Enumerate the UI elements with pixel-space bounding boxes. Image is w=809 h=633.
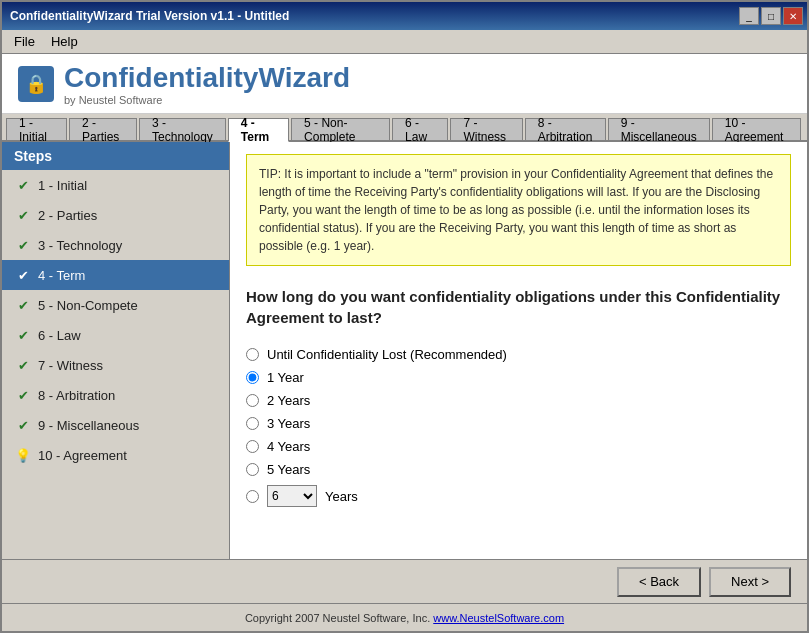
sidebar-item-label: 7 - Witness xyxy=(38,358,103,373)
sidebar-item-1-initial[interactable]: ✔ 1 - Initial xyxy=(2,170,229,200)
radio-2-years[interactable] xyxy=(246,394,259,407)
option-1-year[interactable]: 1 Year xyxy=(246,367,791,388)
main-area: Steps ✔ 1 - Initial ✔ 2 - Parties ✔ 3 - … xyxy=(2,142,807,559)
sidebar: Steps ✔ 1 - Initial ✔ 2 - Parties ✔ 3 - … xyxy=(2,142,230,559)
tab-5-non-complete[interactable]: 5 - Non-Complete xyxy=(291,118,390,140)
bulb-icon: 💡 xyxy=(14,446,32,464)
option-4-years[interactable]: 4 Years xyxy=(246,436,791,457)
sidebar-item-label: 10 - Agreement xyxy=(38,448,127,463)
sidebar-item-5-non-compete[interactable]: ✔ 5 - Non-Compete xyxy=(2,290,229,320)
minimize-button[interactable]: _ xyxy=(739,7,759,25)
option-5-years-label: 5 Years xyxy=(267,462,310,477)
sidebar-item-4-term[interactable]: ✔ 4 - Term xyxy=(2,260,229,290)
years-label: Years xyxy=(325,489,358,504)
app-header: 🔒 ConfidentialityWizard by Neustel Softw… xyxy=(2,54,807,114)
option-3-years[interactable]: 3 Years xyxy=(246,413,791,434)
option-until-lost-label: Until Confidentiality Lost (Recommended) xyxy=(267,347,507,362)
tab-4-term[interactable]: 4 - Term xyxy=(228,118,289,142)
sidebar-item-label: 5 - Non-Compete xyxy=(38,298,138,313)
logo-plain: Confidentiality xyxy=(64,62,258,93)
check-icon: ✔ xyxy=(14,416,32,434)
tab-10-agreement[interactable]: 10 - Agreement xyxy=(712,118,801,140)
maximize-button[interactable]: □ xyxy=(761,7,781,25)
radio-4-years[interactable] xyxy=(246,440,259,453)
footer-link[interactable]: www.NeustelSoftware.com xyxy=(433,612,564,624)
check-icon: ✔ xyxy=(14,356,32,374)
sidebar-item-label: 4 - Term xyxy=(38,268,85,283)
sidebar-item-label: 2 - Parties xyxy=(38,208,97,223)
bottom-bar: < Back Next > xyxy=(2,559,807,603)
radio-custom-years[interactable] xyxy=(246,490,259,503)
sidebar-item-10-agreement[interactable]: 💡 10 - Agreement xyxy=(2,440,229,470)
back-button[interactable]: < Back xyxy=(617,567,701,597)
option-3-years-label: 3 Years xyxy=(267,416,310,431)
check-icon: ✔ xyxy=(14,206,32,224)
option-1-year-label: 1 Year xyxy=(267,370,304,385)
sidebar-item-label: 8 - Arbitration xyxy=(38,388,115,403)
sidebar-item-8-arbitration[interactable]: ✔ 8 - Arbitration xyxy=(2,380,229,410)
tab-1-initial[interactable]: 1 - Initial xyxy=(6,118,67,140)
tab-8-arbitration[interactable]: 8 - Arbitration xyxy=(525,118,606,140)
radio-5-years[interactable] xyxy=(246,463,259,476)
copyright-text: Copyright 2007 Neustel Software, Inc. xyxy=(245,612,430,624)
sidebar-item-7-witness[interactable]: ✔ 7 - Witness xyxy=(2,350,229,380)
radio-3-years[interactable] xyxy=(246,417,259,430)
radio-until-lost[interactable] xyxy=(246,348,259,361)
check-icon: ✔ xyxy=(14,326,32,344)
sidebar-header: Steps xyxy=(2,142,229,170)
check-icon: ✔ xyxy=(14,296,32,314)
logo-accent: Wizard xyxy=(258,62,350,93)
sidebar-item-label: 3 - Technology xyxy=(38,238,122,253)
sidebar-item-9-miscellaneous[interactable]: ✔ 9 - Miscellaneous xyxy=(2,410,229,440)
logo-icon: 🔒 xyxy=(18,66,54,102)
tab-9-miscellaneous[interactable]: 9 - Miscellaneous xyxy=(608,118,710,140)
logo-text: ConfidentialityWizard by Neustel Softwar… xyxy=(64,62,350,106)
logo-main: ConfidentialityWizard xyxy=(64,62,350,94)
main-window: ConfidentialityWizard Trial Version v1.1… xyxy=(0,0,809,633)
title-bar-controls: _ □ ✕ xyxy=(739,7,803,25)
next-button[interactable]: Next > xyxy=(709,567,791,597)
sidebar-item-2-parties[interactable]: ✔ 2 - Parties xyxy=(2,200,229,230)
tabs-bar: 1 - Initial 2 - Parties 3 - Technology 4… xyxy=(2,114,807,142)
footer: Copyright 2007 Neustel Software, Inc. ww… xyxy=(2,603,807,631)
check-icon: ✔ xyxy=(14,236,32,254)
tab-6-law[interactable]: 6 - Law xyxy=(392,118,448,140)
check-icon: ✔ xyxy=(14,266,32,284)
option-5-years[interactable]: 5 Years xyxy=(246,459,791,480)
sidebar-item-3-technology[interactable]: ✔ 3 - Technology xyxy=(2,230,229,260)
radio-1-year[interactable] xyxy=(246,371,259,384)
option-2-years-label: 2 Years xyxy=(267,393,310,408)
radio-group: Until Confidentiality Lost (Recommended)… xyxy=(246,344,791,510)
sidebar-item-label: 1 - Initial xyxy=(38,178,87,193)
sidebar-item-label: 6 - Law xyxy=(38,328,81,343)
year-select[interactable]: 6 7 8 9 10 xyxy=(267,485,317,507)
help-menu[interactable]: Help xyxy=(43,32,86,51)
title-bar-text: ConfidentialityWizard Trial Version v1.1… xyxy=(10,9,289,23)
custom-year-row: 6 7 8 9 10 Years xyxy=(267,485,358,507)
option-4-years-label: 4 Years xyxy=(267,439,310,454)
tab-3-technology[interactable]: 3 - Technology xyxy=(139,118,226,140)
sidebar-item-6-law[interactable]: ✔ 6 - Law xyxy=(2,320,229,350)
question-text: How long do you want confidentiality obl… xyxy=(246,286,791,328)
check-icon: ✔ xyxy=(14,176,32,194)
option-2-years[interactable]: 2 Years xyxy=(246,390,791,411)
check-icon: ✔ xyxy=(14,386,32,404)
content-area: TIP: It is important to include a "term"… xyxy=(230,142,807,559)
option-until-lost[interactable]: Until Confidentiality Lost (Recommended) xyxy=(246,344,791,365)
file-menu[interactable]: File xyxy=(6,32,43,51)
close-button[interactable]: ✕ xyxy=(783,7,803,25)
tab-7-witness[interactable]: 7 - Witness xyxy=(450,118,522,140)
option-custom-years[interactable]: 6 7 8 9 10 Years xyxy=(246,482,791,510)
tip-box: TIP: It is important to include a "term"… xyxy=(246,154,791,266)
menu-bar: File Help xyxy=(2,30,807,54)
title-bar: ConfidentialityWizard Trial Version v1.1… xyxy=(2,2,807,30)
sidebar-item-label: 9 - Miscellaneous xyxy=(38,418,139,433)
logo-sub: by Neustel Software xyxy=(64,94,350,106)
tab-2-parties[interactable]: 2 - Parties xyxy=(69,118,137,140)
